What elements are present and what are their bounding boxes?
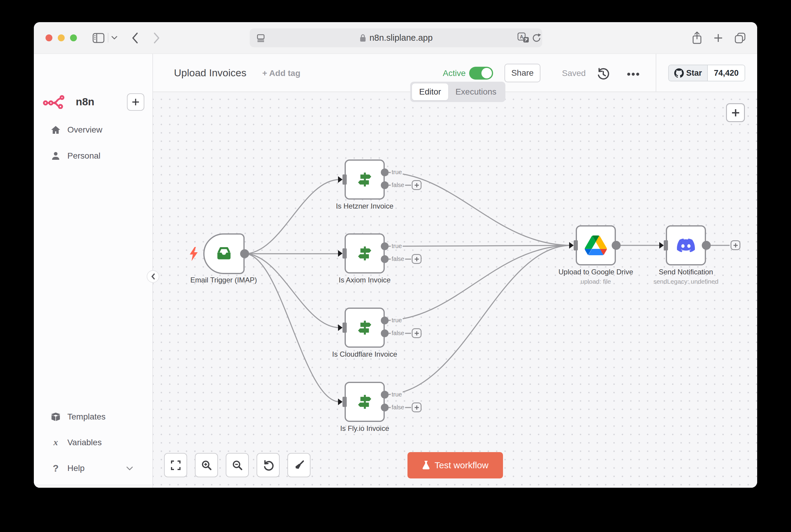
close-window-button[interactable] <box>45 34 52 41</box>
zoom-in-icon <box>201 460 212 471</box>
plus-icon <box>414 405 420 410</box>
browser-toolbar: n8n.sliplane.app A <box>34 22 757 54</box>
chevron-down-icon <box>111 36 118 40</box>
sidebar-item-templates[interactable]: Templates <box>34 407 152 426</box>
node-label: Is Hetzner Invoice <box>314 202 416 210</box>
plus-icon <box>131 98 140 106</box>
view-tabs: Editor Executions <box>410 82 505 102</box>
sidebar-item-help[interactable]: ? Help <box>34 459 152 478</box>
translate-button[interactable]: A <box>517 32 530 44</box>
active-toggle[interactable] <box>469 67 493 80</box>
maximize-window-button[interactable] <box>70 34 77 41</box>
address-bar[interactable]: n8n.sliplane.app A <box>250 28 542 47</box>
zoom-out-icon <box>232 460 243 471</box>
port-label-false: false <box>391 330 405 337</box>
workflow-edges <box>153 92 757 488</box>
toolbar-divider <box>108 33 108 42</box>
sidebar-item-label: Personal <box>67 151 100 161</box>
workflow-title[interactable]: Upload Invoices <box>174 67 246 79</box>
github-star-count[interactable]: 74,420 <box>708 65 744 81</box>
undo-icon <box>262 460 274 471</box>
test-workflow-label: Test workflow <box>435 460 488 470</box>
chevron-right-icon <box>153 32 160 44</box>
star-label: Star <box>686 69 702 78</box>
share-button[interactable]: Share <box>504 64 540 82</box>
sidebar-item-label: Variables <box>67 438 102 447</box>
test-workflow-button[interactable]: Test workflow <box>407 452 503 478</box>
browser-window: n8n.sliplane.app A <box>34 22 757 488</box>
lock-icon <box>359 34 366 42</box>
node-label: Email Trigger (IMAP) <box>173 276 275 284</box>
box-icon <box>51 412 61 421</box>
add-tag-button[interactable]: + Add tag <box>262 69 300 78</box>
sidebar-item-overview[interactable]: Overview <box>34 120 152 139</box>
person-icon <box>51 151 61 160</box>
add-workflow-button[interactable] <box>127 93 144 111</box>
sidebar-options-chevron[interactable] <box>110 35 118 41</box>
github-section: Star 74,420 <box>656 54 757 92</box>
sidebar-collapse-button[interactable] <box>147 270 159 283</box>
tab-executions[interactable]: Executions <box>448 83 503 100</box>
saved-status: Saved <box>562 69 586 78</box>
reload-icon <box>532 33 541 43</box>
chevron-left-icon <box>131 32 139 44</box>
n8n-logo-icon <box>43 95 67 109</box>
canvas-toolbar <box>164 453 311 477</box>
brand-name: n8n <box>76 96 94 108</box>
tab-editor[interactable]: Editor <box>412 83 448 100</box>
reset-zoom-button[interactable] <box>257 453 280 477</box>
plus-icon <box>414 256 420 262</box>
node-label: Send Notification <box>635 268 737 276</box>
add-node-button[interactable] <box>412 254 422 264</box>
workflow-history-button[interactable] <box>595 66 612 82</box>
plus-icon <box>731 108 740 117</box>
add-node-button[interactable] <box>412 180 422 190</box>
sidebar-toggle-icon <box>93 33 105 43</box>
github-star-button[interactable]: Star <box>669 65 708 81</box>
share-label: Share <box>511 68 534 78</box>
sidebar-item-label: Help <box>67 463 85 473</box>
browser-sidebar-toggle-button[interactable] <box>92 32 105 44</box>
chevron-down-icon <box>126 466 133 471</box>
tidy-up-button[interactable] <box>288 453 311 477</box>
sidebar-item-variables[interactable]: x Variables <box>34 433 152 452</box>
forward-button[interactable] <box>151 32 162 44</box>
home-icon <box>51 126 61 134</box>
translate-icon: A <box>517 32 529 44</box>
workflow-menu-button[interactable] <box>625 67 642 81</box>
app-sidebar: n8n Overview Personal <box>34 54 153 488</box>
minimize-window-button[interactable] <box>58 34 65 41</box>
tabs-icon <box>734 32 746 44</box>
browser-share-button[interactable] <box>690 31 704 45</box>
zoom-to-fit-button[interactable] <box>164 453 187 477</box>
add-node-button[interactable] <box>731 240 740 250</box>
user-menu[interactable]: JS Jonas Scholz <box>34 485 152 488</box>
tab-overview-button[interactable] <box>733 31 747 45</box>
zoom-in-button[interactable] <box>195 453 218 477</box>
workflow-canvas[interactable]: true false true false true false true fa… <box>153 92 757 488</box>
zoom-out-button[interactable] <box>226 453 249 477</box>
star-count: 74,420 <box>714 69 739 78</box>
node-label: Is Fly.io Invoice <box>314 424 416 433</box>
canvas-add-node-button[interactable] <box>726 103 745 122</box>
back-button[interactable] <box>130 32 141 44</box>
sidebar-item-label: Overview <box>67 125 103 135</box>
sidebar-item-label: Templates <box>67 412 106 422</box>
active-label: Active <box>443 69 465 78</box>
toggle-knob <box>481 68 492 78</box>
plus-icon <box>414 330 420 336</box>
plus-icon <box>713 33 723 43</box>
sidebar-item-personal[interactable]: Personal <box>34 146 152 166</box>
add-node-button[interactable] <box>412 328 422 338</box>
port-label-true: true <box>391 391 403 398</box>
node-label: Is Axiom Invoice <box>314 276 416 284</box>
flask-icon <box>422 460 430 470</box>
node-label: Is Cloudflare Invoice <box>314 350 416 359</box>
new-tab-button[interactable] <box>712 32 725 44</box>
fit-view-icon <box>170 460 181 471</box>
svg-text:A: A <box>520 34 523 39</box>
history-icon <box>596 67 610 81</box>
github-icon <box>674 68 684 78</box>
reload-button[interactable] <box>531 32 542 44</box>
add-node-button[interactable] <box>412 402 422 412</box>
